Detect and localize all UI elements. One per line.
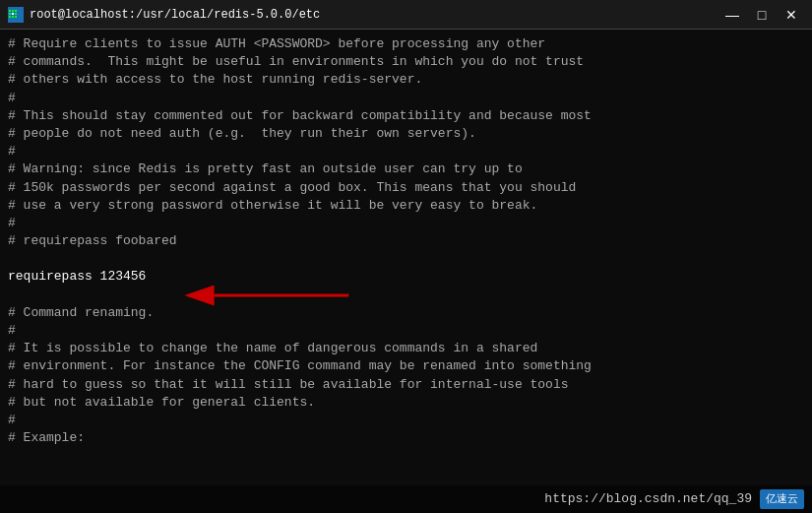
- terminal-line: # people do not need auth (e.g. they run…: [8, 125, 804, 143]
- svg-rect-4: [9, 13, 11, 15]
- terminal-line: # use a very strong password otherwise i…: [8, 197, 804, 215]
- terminal-line: # commands. This might be useful in envi…: [8, 53, 804, 71]
- svg-rect-1: [9, 10, 11, 12]
- terminal-line: requirepass 123456: [8, 268, 804, 286]
- terminal-line: # Warning: since Redis is pretty fast an…: [8, 160, 804, 178]
- terminal-line: [8, 250, 804, 268]
- terminal-line: #: [8, 143, 804, 160]
- watermark-url: https://blog.csdn.net/qq_39: [544, 490, 752, 508]
- terminal-line: # others with access to the host running…: [8, 71, 804, 89]
- close-button[interactable]: ✕: [779, 5, 804, 25]
- terminal-body[interactable]: # Require clients to issue AUTH <PASSWOR…: [0, 30, 812, 513]
- svg-rect-3: [15, 10, 17, 12]
- terminal-line: # Example:: [8, 429, 804, 447]
- watermark-badge: 亿速云: [760, 489, 804, 508]
- terminal-line: # It is possible to change the name of d…: [8, 340, 804, 357]
- svg-rect-8: [12, 16, 14, 18]
- terminal-line: # This should stay commented out for bac…: [8, 107, 804, 125]
- titlebar: root@localhost:/usr/local/redis-5.0.0/et…: [0, 0, 812, 30]
- titlebar-left: root@localhost:/usr/local/redis-5.0.0/et…: [8, 7, 320, 23]
- terminal-icon: [8, 7, 24, 23]
- terminal-line: #: [8, 412, 804, 429]
- terminal-line: # hard to guess so that it will still be…: [8, 376, 804, 394]
- svg-rect-2: [12, 10, 14, 12]
- titlebar-controls: — □ ✕: [719, 5, 804, 25]
- terminal-line: # but not available for general clients.: [8, 394, 804, 412]
- svg-rect-7: [9, 16, 11, 18]
- svg-rect-6: [15, 13, 17, 15]
- terminal-line: # Command renaming.: [8, 304, 804, 322]
- terminal-line: # environment. For instance the CONFIG c…: [8, 357, 804, 375]
- minimize-button[interactable]: —: [719, 5, 745, 25]
- svg-rect-9: [15, 16, 17, 18]
- maximize-button[interactable]: □: [749, 5, 775, 25]
- terminal-line: # requirepass foobared: [8, 232, 804, 250]
- terminal-line: #: [8, 322, 804, 340]
- terminal-line: #: [8, 215, 804, 232]
- titlebar-title: root@localhost:/usr/local/redis-5.0.0/et…: [30, 8, 320, 22]
- watermark-bar: https://blog.csdn.net/qq_39 亿速云: [0, 485, 812, 513]
- terminal-line: # 150k passwords per second against a go…: [8, 179, 804, 197]
- terminal-line: [8, 287, 804, 304]
- terminal-line: # Require clients to issue AUTH <PASSWOR…: [8, 35, 804, 53]
- terminal-lines: # Require clients to issue AUTH <PASSWOR…: [8, 35, 804, 447]
- terminal-line: #: [8, 90, 804, 107]
- svg-rect-5: [12, 13, 14, 15]
